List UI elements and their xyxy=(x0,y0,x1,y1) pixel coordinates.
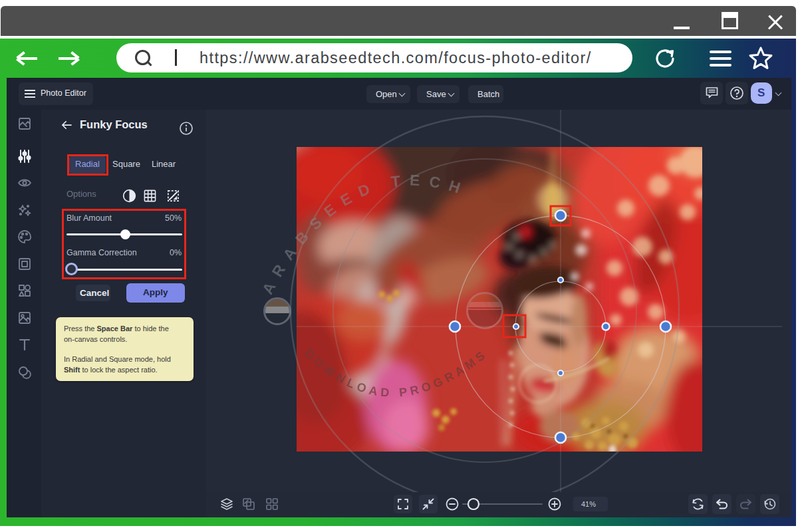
svg-text:41%: 41% xyxy=(581,500,596,508)
